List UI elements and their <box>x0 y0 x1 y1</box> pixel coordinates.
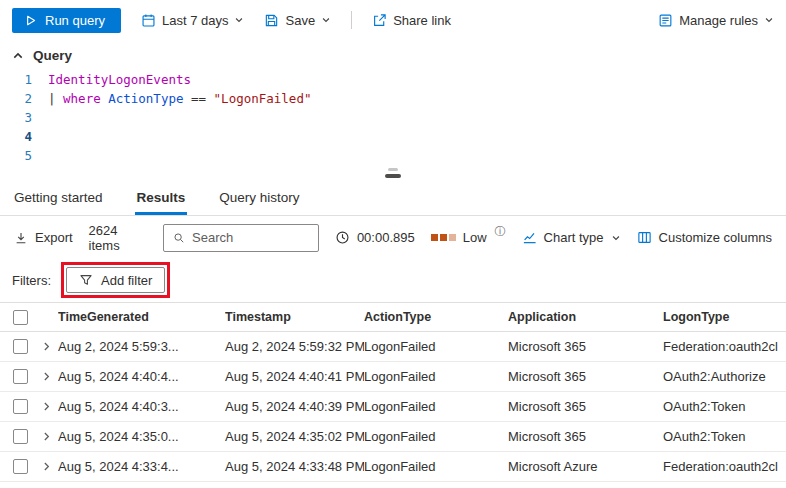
cell-action-type: LogonFailed <box>364 459 508 474</box>
row-expand-cell <box>34 431 58 442</box>
row-checkbox[interactable] <box>13 399 28 414</box>
usage-square <box>449 234 456 241</box>
add-filter-label: Add filter <box>101 273 152 288</box>
clock-icon <box>335 230 350 245</box>
column-header-application[interactable]: Application <box>508 310 663 324</box>
filters-label: Filters: <box>12 273 51 288</box>
cell-action-type: LogonFailed <box>364 369 508 384</box>
line-number: 4 <box>0 127 32 146</box>
share-link-label: Share link <box>393 13 451 28</box>
collapse-section-icon[interactable] <box>12 50 24 62</box>
search-icon <box>173 231 185 245</box>
manage-rules-label: Manage rules <box>679 13 758 28</box>
cell-logon-type: OAuth2:Token <box>663 399 786 414</box>
row-expand-cell <box>34 371 58 382</box>
table-row[interactable]: Aug 5, 2024 4:35:0... Aug 5, 2024 4:35:0… <box>0 422 786 452</box>
tab-strip: Getting started Results Query history <box>0 180 786 216</box>
expand-row-icon[interactable] <box>41 341 52 352</box>
chevron-down-icon <box>321 15 331 25</box>
cell-timestamp: Aug 2, 2024 5:59:32 PM <box>225 339 364 354</box>
results-toolbar: Export 2624 items 00:00.895 Low ⓘ Chart … <box>0 216 786 259</box>
cell-timestamp: Aug 5, 2024 4:40:41 PM <box>225 369 364 384</box>
select-all-checkbox[interactable] <box>13 310 28 325</box>
run-query-label: Run query <box>45 13 105 28</box>
export-icon <box>14 231 28 245</box>
cell-logon-type: Federation:oauth2cl <box>663 339 786 354</box>
table-row[interactable]: Aug 2, 2024 5:59:3... Aug 2, 2024 5:59:3… <box>0 332 786 362</box>
expand-row-icon[interactable] <box>41 401 52 412</box>
row-checkbox-cell <box>0 429 34 444</box>
query-duration: 00:00.895 <box>335 230 415 245</box>
columns-icon <box>637 230 652 245</box>
calendar-icon <box>141 13 156 28</box>
run-query-button[interactable]: Run query <box>12 8 121 33</box>
customize-columns-label: Customize columns <box>659 230 772 245</box>
column-header-action-type[interactable]: ActionType <box>364 310 508 324</box>
column-header-time-generated[interactable]: TimeGenerated <box>58 310 225 324</box>
table-row[interactable]: Aug 5, 2024 4:33:4... Aug 5, 2024 4:33:4… <box>0 452 786 482</box>
table-header-row: TimeGenerated Timestamp ActionType Appli… <box>0 302 786 332</box>
header-checkbox-cell <box>0 310 34 325</box>
share-icon <box>372 13 387 28</box>
tab[interactable]: Query history <box>217 180 301 215</box>
save-dropdown[interactable]: Save <box>264 13 331 28</box>
cell-logon-type: OAuth2:Authorize <box>663 369 786 384</box>
save-icon <box>264 13 279 28</box>
code-line <box>48 146 786 165</box>
search-input[interactable] <box>192 230 309 245</box>
table-row[interactable]: Aug 5, 2024 4:40:4... Aug 5, 2024 4:40:4… <box>0 362 786 392</box>
filter-funnel-icon <box>79 273 93 287</box>
code-line: IdentityLogonEvents <box>48 70 786 89</box>
query-section-header: Query <box>0 40 786 65</box>
tab[interactable]: Results <box>135 180 188 215</box>
line-number-gutter: 12345 <box>0 70 48 165</box>
cell-time-generated: Aug 5, 2024 4:40:4... <box>58 369 225 384</box>
cell-action-type: LogonFailed <box>364 399 508 414</box>
usage-square <box>440 234 447 241</box>
table-body: Aug 2, 2024 5:59:3... Aug 2, 2024 5:59:3… <box>0 332 786 482</box>
duration-value: 00:00.895 <box>357 230 415 245</box>
tab[interactable]: Getting started <box>12 180 105 215</box>
share-link-button[interactable]: Share link <box>372 13 451 28</box>
tab-label: Getting started <box>14 190 103 205</box>
row-checkbox[interactable] <box>13 339 28 354</box>
command-bar: Run query Last 7 days Save Share link Ma… <box>0 0 786 40</box>
add-filter-button[interactable]: Add filter <box>66 267 165 293</box>
tab-label: Results <box>137 190 186 205</box>
row-expand-cell <box>34 401 58 412</box>
time-range-dropdown[interactable]: Last 7 days <box>141 13 245 28</box>
usage-square <box>431 234 438 241</box>
resource-usage-indicator: Low ⓘ <box>431 230 506 245</box>
row-checkbox[interactable] <box>13 459 28 474</box>
query-editor[interactable]: 12345 IdentityLogonEvents| where ActionT… <box>0 65 786 165</box>
column-header-logon-type[interactable]: LogonType <box>663 310 786 324</box>
line-number: 5 <box>0 146 32 165</box>
info-icon[interactable]: ⓘ <box>495 224 506 239</box>
cell-action-type: LogonFailed <box>364 429 508 444</box>
usage-label: Low <box>463 230 487 245</box>
manage-rules-dropdown[interactable]: Manage rules <box>658 13 774 28</box>
row-checkbox[interactable] <box>13 369 28 384</box>
items-count: 2624 items <box>89 223 147 253</box>
cell-timestamp: Aug 5, 2024 4:40:39 PM <box>225 399 364 414</box>
row-checkbox[interactable] <box>13 429 28 444</box>
chevron-down-icon <box>234 15 244 25</box>
row-expand-cell <box>34 341 58 352</box>
table-row[interactable]: Aug 5, 2024 4:40:3... Aug 5, 2024 4:40:3… <box>0 392 786 422</box>
export-button[interactable]: Export <box>14 230 73 245</box>
cell-logon-type: Federation:oauth2cl <box>663 459 786 474</box>
query-section-title: Query <box>33 48 72 63</box>
cell-application: Microsoft 365 <box>508 429 663 444</box>
advanced-hunting-page: Run query Last 7 days Save Share link Ma… <box>0 0 786 488</box>
splitter-handle-large <box>385 174 401 178</box>
pane-splitter[interactable] <box>0 165 786 180</box>
expand-row-icon[interactable] <box>41 431 52 442</box>
manage-rules-icon <box>658 13 673 28</box>
column-header-timestamp[interactable]: Timestamp <box>225 310 364 324</box>
cell-timestamp: Aug 5, 2024 4:33:48 PM <box>225 459 364 474</box>
cell-application: Microsoft Azure <box>508 459 663 474</box>
expand-row-icon[interactable] <box>41 461 52 472</box>
customize-columns-button[interactable]: Customize columns <box>637 230 772 245</box>
expand-row-icon[interactable] <box>41 371 52 382</box>
chart-type-dropdown[interactable]: Chart type <box>522 230 621 245</box>
